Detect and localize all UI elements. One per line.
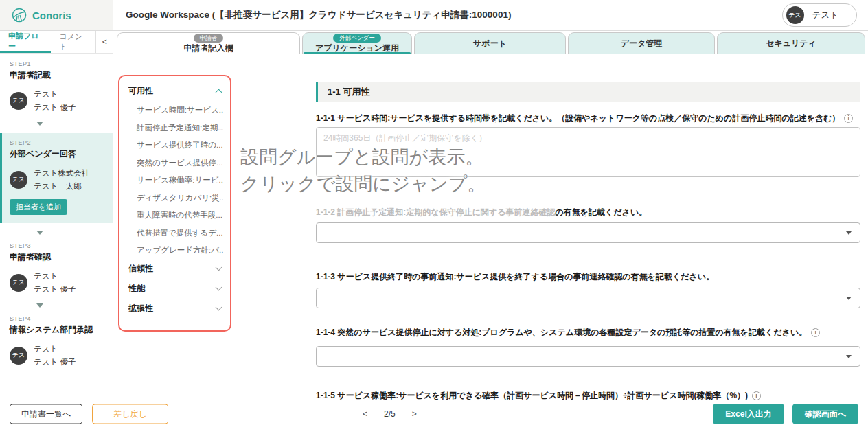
tab-security[interactable]: セキュリティ xyxy=(717,32,865,54)
document-tabbar: 申請者 申請者記入欄 外部ベンダー アプリケーション運用 サポート データ管理 … xyxy=(113,31,868,54)
step-label: STEP3 xyxy=(10,242,106,249)
flow-arrow-icon xyxy=(36,122,43,126)
question-link[interactable]: サービス提供終了時の... xyxy=(128,140,223,150)
member-avatar: テス xyxy=(10,274,27,292)
question-1-1-5-label: 1-1-5 サービス稼働率:サービスを利用できる確率（計画サービス時間－停止時間… xyxy=(316,389,860,402)
app-header: Conoris Google Workspace (【非推奨サービス用】クラウド… xyxy=(0,0,868,31)
workflow-sidebar: 申請フロー コメント < STEP1 申請者記載 テス テスト テスト 優子 xyxy=(0,31,113,402)
workflow-steps: STEP1 申請者記載 テス テスト テスト 優子 STEP2 外部ベンダー回答 xyxy=(0,54,113,402)
question-link[interactable]: アップグレード方針:バ... xyxy=(128,245,223,255)
main-panel: 申請者 申請者記入欄 外部ベンダー アプリケーション運用 サポート データ管理 … xyxy=(113,31,868,402)
answer-textarea-1-1-1[interactable] xyxy=(316,127,860,177)
section-header: 1-1 可用性 xyxy=(316,82,860,102)
user-avatar: テス xyxy=(786,6,804,24)
sidebar-tab-comments[interactable]: コメント xyxy=(51,31,95,53)
app-window: Conoris Google Workspace (【非推奨サービス用】クラウド… xyxy=(0,0,868,425)
question-group-performance[interactable]: 性能 xyxy=(128,283,223,295)
step-title: 情報システム部門承認 xyxy=(10,324,106,336)
logo-area[interactable]: Conoris xyxy=(0,0,113,30)
info-icon[interactable] xyxy=(752,391,761,400)
question-1-1-3-label: 1-1-3 サービス提供終了時の事前通知:サービス提供を終了する場合の事前連絡確… xyxy=(316,271,860,283)
step-1-section: STEP1 申請者記載 テス テスト テスト 優子 xyxy=(0,60,113,114)
application-list-button[interactable]: 申請書一覧へ xyxy=(10,404,82,424)
question-link[interactable]: サービス時間:サービス... xyxy=(128,105,223,115)
answer-select-1-1-3[interactable] xyxy=(316,288,860,308)
select-caret-icon xyxy=(846,231,852,235)
step-title: 外部ベンダー回答 xyxy=(10,148,106,160)
member-name: テスト 太郎 xyxy=(34,180,89,193)
page-title: Google Workspace (【非推奨サービス用】クラウドサービスセキュリ… xyxy=(126,9,511,21)
form-content: 可用性 サービス時間:サービス... 計画停止予定通知:定期... サービス提供… xyxy=(113,54,868,402)
return-button[interactable]: 差し戻し xyxy=(92,404,168,424)
question-form: 1-1 可用性 1-1-1 サービス時間:サービスを提供する時間帯を記載ください… xyxy=(316,82,860,402)
member-name: テスト 優子 xyxy=(34,356,76,369)
question-1-1-2-label: 1-1-2 計画停止予定通知:定期的な保守停止に関する事前連絡確認の有無を記載く… xyxy=(316,206,860,218)
applicant-badge: 申請者 xyxy=(194,34,224,43)
flow-arrow-icon xyxy=(36,303,43,308)
step-title: 申請者確認 xyxy=(10,251,106,263)
pagination-next-button[interactable]: > xyxy=(412,409,417,419)
question-link[interactable]: 代替措置で提供するデ... xyxy=(128,228,223,238)
step-label: STEP1 xyxy=(10,60,106,67)
vendor-badge: 外部ベンダー xyxy=(333,34,381,43)
sidebar-tab-application-flow[interactable]: 申請フロー xyxy=(0,31,51,53)
member-name: テスト 優子 xyxy=(34,283,76,296)
member-avatar: テス xyxy=(10,347,27,365)
flow-arrow-icon xyxy=(36,231,43,235)
tab-support[interactable]: サポート xyxy=(414,32,566,54)
step-member: テス テスト株式会社 テスト 太郎 xyxy=(10,167,106,193)
question-link[interactable]: 突然のサービス提供停... xyxy=(128,158,223,168)
question-1-1-1-label: 1-1-1 サービス時間:サービスを提供する時間帯を記載ください。（設備やネット… xyxy=(316,112,860,124)
member-company: テスト xyxy=(34,88,76,101)
question-link[interactable]: ディザスタリカバリ:災... xyxy=(128,193,223,203)
logo-text: Conoris xyxy=(32,10,71,21)
footer-bar: 申請書一覧へ 差し戻し < 2/5 > Excel入出力 確認画面へ xyxy=(0,402,868,425)
info-icon[interactable] xyxy=(811,328,820,337)
sidebar-tabs: 申請フロー コメント < xyxy=(0,31,113,54)
question-link[interactable]: 計画停止予定通知:定期... xyxy=(128,123,223,133)
step-title: 申請者記載 xyxy=(10,69,106,81)
step-label: STEP2 xyxy=(10,139,106,146)
question-link[interactable]: サービス稼働率:サービ... xyxy=(128,175,223,185)
member-name: テスト 優子 xyxy=(34,101,76,114)
pagination: < 2/5 > xyxy=(363,409,417,419)
tab-applicant-form[interactable]: 申請者 申請者記入欄 xyxy=(117,32,300,54)
chevron-left-icon: < xyxy=(102,37,107,47)
member-avatar: テス xyxy=(10,171,27,189)
step-4-section: STEP4 情報システム部門承認 テス テスト テスト 優子 xyxy=(0,315,113,369)
question-1-1-4-label: 1-1-4 突然のサービス提供停止に対する対処:プログラムや、システム環境の各種… xyxy=(316,326,860,338)
add-staff-button[interactable]: 担当者を追加 xyxy=(10,199,67,215)
excel-io-button[interactable]: Excel入出力 xyxy=(713,404,784,424)
tab-application-operation[interactable]: 外部ベンダー アプリケーション運用 xyxy=(302,32,412,54)
question-group-availability[interactable]: 可用性 xyxy=(128,85,223,97)
step-member: テス テスト テスト 優子 xyxy=(10,88,106,114)
chevron-up-icon xyxy=(216,89,222,96)
step-2-section: STEP2 外部ベンダー回答 テス テスト株式会社 テスト 太郎 担当者を追加 xyxy=(0,133,113,223)
chevron-down-icon xyxy=(216,304,222,311)
tab-data-management[interactable]: データ管理 xyxy=(568,32,715,54)
question-group-reliability[interactable]: 信頼性 xyxy=(128,263,223,275)
select-caret-icon xyxy=(846,355,852,358)
chevron-down-icon xyxy=(216,264,222,271)
step-member: テス テスト テスト 優子 xyxy=(10,343,106,369)
member-avatar: テス xyxy=(10,92,27,110)
member-company: テスト株式会社 xyxy=(34,167,89,180)
pagination-prev-button[interactable]: < xyxy=(363,409,367,419)
answer-select-1-1-2[interactable] xyxy=(316,222,860,243)
question-link[interactable]: 重大障害時の代替手段... xyxy=(128,210,223,220)
answer-select-1-1-4[interactable] xyxy=(316,346,860,367)
user-name: テスト xyxy=(812,10,838,21)
question-group-panel: 可用性 サービス時間:サービス... 計画停止予定通知:定期... サービス提供… xyxy=(118,75,231,332)
select-caret-icon xyxy=(846,297,852,300)
question-group-scalability[interactable]: 拡張性 xyxy=(128,303,223,314)
conoris-logo-icon xyxy=(11,7,27,23)
confirm-screen-button[interactable]: 確認画面へ xyxy=(792,404,858,424)
member-company: テスト xyxy=(34,270,76,283)
collapse-sidebar-button[interactable]: < xyxy=(95,31,113,53)
user-menu[interactable]: テス テスト xyxy=(782,3,857,27)
member-company: テスト xyxy=(34,343,76,356)
step-member: テス テスト テスト 優子 xyxy=(10,270,106,296)
step-3-section: STEP3 申請者確認 テス テスト テスト 優子 xyxy=(0,242,113,296)
pagination-current: 2/5 xyxy=(384,409,396,419)
info-icon[interactable] xyxy=(844,114,853,123)
